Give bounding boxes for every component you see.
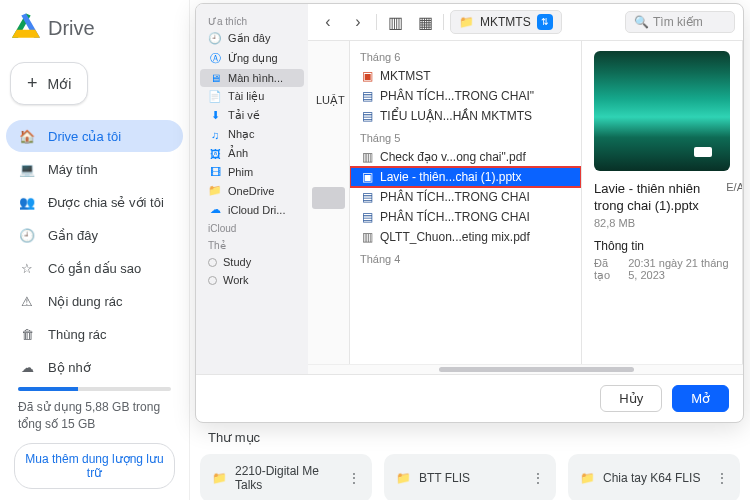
- file-row[interactable]: ▤PHÂN TÍCH...TRONG CHAI": [350, 86, 581, 106]
- cloud-icon: ☁: [18, 358, 36, 376]
- tag-item[interactable]: Study: [200, 253, 304, 271]
- sidebar-item-label: iCloud Dri...: [228, 204, 285, 216]
- nav-item-trash[interactable]: 🗑Thùng rác: [6, 318, 183, 350]
- file-name: TIỂU LUẬN...HẦN MKTMTS: [380, 109, 532, 123]
- sidebar-item-label: Màn hình...: [228, 72, 283, 84]
- doc-icon: 📄: [208, 90, 222, 103]
- sidebar-item-film[interactable]: 🎞Phim: [200, 163, 304, 181]
- folder-icon: 📁: [396, 471, 411, 485]
- nav-back-button[interactable]: ‹: [316, 11, 340, 33]
- folder-menu-button[interactable]: ⋮: [532, 471, 544, 485]
- horizontal-scrollbar[interactable]: [308, 364, 743, 374]
- file-row[interactable]: ▤PHÂN TÍCH...TRONG CHAI: [350, 207, 581, 227]
- sidebar-item-label: Tài liệu: [228, 90, 264, 103]
- view-columns-button[interactable]: ▥: [383, 11, 407, 33]
- path-selector[interactable]: 📁 MKTMTS ⇅: [450, 10, 562, 34]
- preview-title: Lavie - thiên nhiên trong chai (1).pptx: [594, 181, 730, 215]
- sidebar-item-icloud[interactable]: ☁iCloud Dri...: [200, 200, 304, 219]
- file-row[interactable]: ▥Check đạo v...ong chai".pdf: [350, 147, 581, 167]
- folder-card[interactable]: 📁Chia tay K64 FLIS⋮: [568, 454, 740, 500]
- sidebar-item-app[interactable]: ⒶỨng dụng: [200, 48, 304, 69]
- sidebar-item-image[interactable]: 🖼Ảnh: [200, 144, 304, 163]
- preview-created-label: Đã tạo: [594, 257, 618, 282]
- folder-name: 2210-Digital Me Talks: [235, 464, 340, 492]
- file-row[interactable]: ▣MKTMST: [350, 66, 581, 86]
- view-grid-button[interactable]: ▦: [413, 11, 437, 33]
- file-row[interactable]: ▥QLTT_Chuon...eting mix.pdf: [350, 227, 581, 247]
- sidebar-item-label: Tải về: [228, 109, 260, 122]
- drive-logo: Drive: [6, 8, 183, 56]
- nav-item-devices[interactable]: 💻Máy tính: [6, 153, 183, 185]
- dialog-footer: Hủy Mở ↑: [196, 374, 743, 422]
- ppt-file-icon: ▣: [360, 69, 374, 83]
- nav-item-home[interactable]: 🏠Drive của tôi: [6, 120, 183, 152]
- nav-forward-button[interactable]: ›: [346, 11, 370, 33]
- sidebar-item-label: Ảnh: [228, 147, 248, 160]
- buy-storage-button[interactable]: Mua thêm dung lượng lưu trữ: [14, 443, 175, 489]
- annotation-arrow-icon: ↑: [692, 419, 705, 423]
- tag-dot-icon: [208, 258, 217, 267]
- preview-thumbnail: [594, 51, 730, 171]
- column-1[interactable]: LUẬT: [308, 41, 350, 364]
- sidebar-item-label: Phim: [228, 166, 253, 178]
- nav-item-clock[interactable]: 🕘Gần đây: [6, 219, 183, 251]
- folder-menu-button[interactable]: ⋮: [348, 471, 360, 485]
- storage-bar: [18, 387, 171, 391]
- sidebar-item-label: Ứng dụng: [228, 52, 278, 65]
- sidebar-item-download[interactable]: ⬇Tải về: [200, 106, 304, 125]
- folder-name: BTT FLIS: [419, 471, 470, 485]
- cancel-button[interactable]: Hủy: [600, 385, 662, 412]
- devices-icon: 💻: [18, 160, 36, 178]
- music-icon: ♫: [208, 129, 222, 141]
- nav-item-spam[interactable]: ⚠Nội dung rác: [6, 285, 183, 317]
- folder-icon: 📁: [212, 471, 227, 485]
- sidebar-item-music[interactable]: ♫Nhạc: [200, 125, 304, 144]
- file-name: MKTMST: [380, 69, 431, 83]
- new-button[interactable]: + Mới: [10, 62, 88, 105]
- sidebar-item-desktop[interactable]: 🖥Màn hình...: [200, 69, 304, 87]
- search-input[interactable]: 🔍 Tìm kiếm: [625, 11, 735, 33]
- file-open-dialog: Ưa thích 🕘Gần đâyⒶỨng dụng🖥Màn hình...📄T…: [195, 3, 744, 423]
- column-2-files[interactable]: Tháng 6▣MKTMST▤PHÂN TÍCH...TRONG CHAI"▤T…: [350, 41, 582, 364]
- trash-icon: 🗑: [18, 325, 36, 343]
- nav-item-label: Thùng rác: [48, 327, 107, 342]
- nav-item-label: Nội dung rác: [48, 294, 122, 309]
- nav-item-star[interactable]: ☆Có gắn dấu sao: [6, 252, 183, 284]
- open-button[interactable]: Mở: [672, 385, 729, 412]
- tags-header: Thẻ: [200, 236, 304, 253]
- sidebar-item-clock[interactable]: 🕘Gần đây: [200, 29, 304, 48]
- folder-menu-button[interactable]: ⋮: [716, 471, 728, 485]
- nav-item-label: Gần đây: [48, 228, 98, 243]
- folder-card[interactable]: 📁2210-Digital Me Talks⋮: [200, 454, 372, 500]
- path-label: MKTMTS: [480, 15, 531, 29]
- tag-item[interactable]: Work: [200, 271, 304, 289]
- folder-icon: 📁: [459, 15, 474, 29]
- folder-card[interactable]: 📁BTT FLIS⋮: [384, 454, 556, 500]
- file-row[interactable]: ▣Lavie - thiên...chai (1).pptx: [350, 167, 581, 187]
- file-name: PHÂN TÍCH...TRONG CHAI: [380, 190, 530, 204]
- nav-item-people[interactable]: 👥Được chia sẻ với tôi: [6, 186, 183, 218]
- sidebar-item-doc[interactable]: 📄Tài liệu: [200, 87, 304, 106]
- wd-file-icon: ▤: [360, 190, 374, 204]
- file-row[interactable]: ▤PHÂN TÍCH...TRONG CHAI: [350, 187, 581, 207]
- search-icon: 🔍: [634, 15, 649, 29]
- file-row[interactable]: ▤TIỂU LUẬN...HẦN MKTMTS: [350, 106, 581, 126]
- download-icon: ⬇: [208, 109, 222, 122]
- finder-sidebar: Ưa thích 🕘Gần đâyⒶỨng dụng🖥Màn hình...📄T…: [196, 4, 308, 374]
- drive-content: Thư mục 📁2210-Digital Me Talks⋮📁BTT FLIS…: [190, 430, 750, 500]
- app-icon: Ⓐ: [208, 51, 222, 66]
- ppt-file-icon: ▣: [360, 170, 374, 184]
- preview-size: 82,8 MB: [594, 217, 730, 229]
- file-name: Check đạo v...ong chai".pdf: [380, 150, 526, 164]
- sidebar-item-label: Gần đây: [228, 32, 270, 45]
- file-name: QLTT_Chuon...eting mix.pdf: [380, 230, 530, 244]
- folder-name: Chia tay K64 FLIS: [603, 471, 700, 485]
- dialog-toolbar: ‹ › ▥ ▦ 📁 MKTMTS ⇅ 🔍 Tìm kiếm: [308, 4, 743, 41]
- tag-dot-icon: [208, 276, 217, 285]
- sidebar-item-folder[interactable]: 📁OneDrive: [200, 181, 304, 200]
- pdf-file-icon: ▥: [360, 230, 374, 244]
- icloud-icon: ☁: [208, 203, 222, 216]
- nav-item-cloud[interactable]: ☁Bộ nhớ: [6, 351, 183, 383]
- nav-item-label: Có gắn dấu sao: [48, 261, 141, 276]
- people-icon: 👥: [18, 193, 36, 211]
